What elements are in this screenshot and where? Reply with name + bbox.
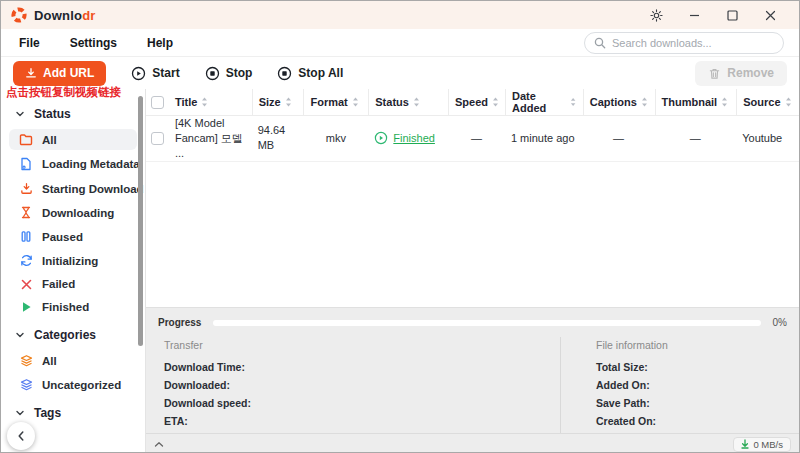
details-info-grid: Transfer Download Time: Downloaded: Down… xyxy=(156,335,789,433)
file-information-title: File information xyxy=(596,339,781,351)
column-header-speed[interactable]: Speed xyxy=(448,89,505,116)
table-empty-area xyxy=(146,162,799,307)
sidebar-item-categories-all[interactable]: All xyxy=(9,350,137,371)
copy-link-notice: 点击按钮复制视频链接 xyxy=(6,85,121,100)
sidebar-item-status-all[interactable]: All xyxy=(9,129,137,150)
table-row[interactable]: [4K Model Fancam] 모델 ... 94.64 MB mkv Fi… xyxy=(146,116,799,162)
refresh-icon xyxy=(19,254,33,267)
collapse-panel-icon[interactable] xyxy=(154,441,164,448)
sort-icon xyxy=(785,97,792,107)
details-panel: Progress 0% Transfer Download Time: Down… xyxy=(146,307,799,433)
file-total-size-label: Total Size: xyxy=(596,361,781,373)
chevron-left-icon xyxy=(16,430,26,442)
minimize-icon[interactable] xyxy=(675,2,713,28)
select-all-cell xyxy=(146,93,169,111)
theme-toggle-icon[interactable] xyxy=(637,2,675,28)
folder-icon xyxy=(19,133,33,146)
play-circle-icon xyxy=(131,66,146,81)
row-captions: — xyxy=(583,132,655,144)
row-speed: — xyxy=(448,132,505,144)
menu-file[interactable]: File xyxy=(19,36,40,50)
sidebar-item-downloading[interactable]: Downloading xyxy=(9,202,137,223)
transfer-title: Transfer xyxy=(164,339,552,351)
column-header-source[interactable]: Source xyxy=(736,89,799,116)
status-finished-link[interactable]: Finished xyxy=(393,132,435,144)
sidebar-item-starting-download[interactable]: Starting Download xyxy=(9,178,137,199)
search-box[interactable] xyxy=(584,32,784,54)
file-save-path-label: Save Path: xyxy=(596,397,781,409)
layers-icon xyxy=(19,378,33,391)
select-all-checkbox[interactable] xyxy=(151,96,164,109)
sort-icon xyxy=(285,97,292,107)
close-icon[interactable] xyxy=(751,2,789,28)
sidebar-item-uncategorized[interactable]: Uncategorized xyxy=(9,374,137,395)
sidebar-item-paused[interactable]: Paused xyxy=(9,226,137,247)
column-header-format[interactable]: Format xyxy=(303,89,368,116)
file-information-section: File information Total Size: Added On: S… xyxy=(560,337,789,433)
sort-icon xyxy=(570,97,576,107)
search-icon xyxy=(594,37,606,49)
table-header: Title Size Format Status Speed Date Adde… xyxy=(146,89,799,116)
column-header-title[interactable]: Title xyxy=(169,93,252,111)
sidebar: Status All Loading Metadata Starting Dow… xyxy=(1,89,146,453)
start-button[interactable]: Start xyxy=(131,66,179,81)
sort-icon xyxy=(641,97,648,107)
chevron-down-icon xyxy=(15,330,25,340)
add-url-button[interactable]: Add URL xyxy=(13,61,106,86)
chevron-down-icon xyxy=(15,109,25,119)
play-icon xyxy=(19,301,33,313)
x-icon xyxy=(19,279,33,290)
transfer-downloaded-label: Downloaded: xyxy=(164,379,552,391)
row-thumbnail: — xyxy=(654,132,736,144)
maximize-icon[interactable] xyxy=(713,2,751,28)
row-size: 94.64 MB xyxy=(252,123,304,153)
chevron-down-icon xyxy=(15,408,25,418)
sidebar-section-status[interactable]: Status xyxy=(1,102,145,126)
file-created-on-label: Created On: xyxy=(596,415,781,427)
column-header-status[interactable]: Status xyxy=(368,89,448,116)
sidebar-item-finished[interactable]: Finished xyxy=(9,297,137,317)
sidebar-item-loading-metadata[interactable]: Loading Metadata xyxy=(9,153,137,175)
column-header-captions[interactable]: Captions xyxy=(583,89,655,116)
titlebar: Downlodr xyxy=(1,1,799,29)
sidebar-scrollbar[interactable] xyxy=(138,96,143,346)
file-icon xyxy=(19,157,33,171)
row-title[interactable]: [4K Model Fancam] 모델 ... xyxy=(169,116,252,161)
menu-help[interactable]: Help xyxy=(147,36,173,50)
download-icon xyxy=(19,182,33,195)
stop-button[interactable]: Stop xyxy=(205,66,253,81)
stop-circle-icon xyxy=(205,66,220,81)
menu-settings[interactable]: Settings xyxy=(70,36,117,50)
sidebar-collapse-button[interactable] xyxy=(7,422,35,450)
sort-icon xyxy=(721,97,728,107)
layers-icon xyxy=(19,354,33,367)
sidebar-item-failed[interactable]: Failed xyxy=(9,274,137,294)
column-header-size[interactable]: Size xyxy=(252,89,304,116)
row-status: Finished xyxy=(368,131,448,145)
sort-icon xyxy=(413,97,420,107)
sidebar-section-categories[interactable]: Categories xyxy=(1,323,145,347)
row-format: mkv xyxy=(304,132,369,144)
downlodr-app-window: { "colors": { "accent_orange": "#f0521e"… xyxy=(0,0,800,453)
stop-circle-icon xyxy=(277,66,292,81)
app-title: Downlodr xyxy=(34,8,96,23)
row-source: Youtube xyxy=(736,132,799,144)
remove-button[interactable]: Remove xyxy=(695,61,787,86)
row-checkbox[interactable] xyxy=(151,132,164,145)
stop-all-button[interactable]: Stop All xyxy=(277,66,343,81)
sidebar-item-initializing[interactable]: Initializing xyxy=(9,250,137,271)
play-circle-icon[interactable] xyxy=(374,131,388,145)
column-header-thumbnail[interactable]: Thumbnail xyxy=(655,89,737,116)
main-content: Title Size Format Status Speed Date Adde… xyxy=(146,89,799,453)
sort-icon xyxy=(201,97,208,107)
search-input[interactable] xyxy=(612,37,774,49)
speed-badge: 0 MB/s xyxy=(733,437,791,452)
row-date-added: 1 minute ago xyxy=(505,132,583,144)
app-body: Status All Loading Metadata Starting Dow… xyxy=(1,89,799,453)
sort-icon xyxy=(492,97,499,107)
pause-icon xyxy=(19,230,33,243)
window-controls xyxy=(637,2,789,28)
progress-label: Progress xyxy=(158,317,201,328)
progress-percent: 0% xyxy=(773,317,787,328)
column-header-date-added[interactable]: Date Added xyxy=(505,89,583,116)
